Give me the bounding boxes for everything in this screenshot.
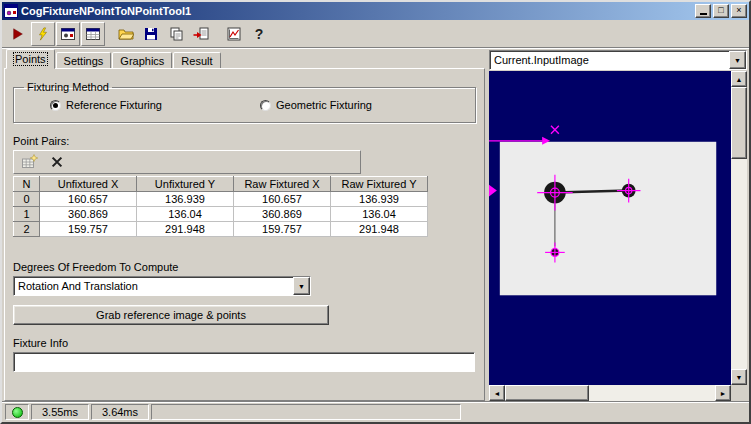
table-header-row: N Unfixtured X Unfixtured Y Raw Fixtured…	[14, 177, 428, 192]
grid-window-icon	[85, 26, 101, 42]
col-header-unfixtured-x[interactable]: Unfixtured X	[40, 177, 137, 192]
grid-display-toggle[interactable]	[81, 22, 105, 46]
point-pairs-table[interactable]: N Unfixtured X Unfixtured Y Raw Fixtured…	[13, 176, 428, 237]
image-window-icon	[60, 26, 76, 42]
dof-combobox[interactable]: Rotation And Translation ▼	[13, 276, 311, 296]
status-bar: 3.55ms 3.64ms	[2, 401, 749, 422]
col-header-raw-fixtured-x[interactable]: Raw Fixtured X	[234, 177, 331, 192]
radio-dot-icon	[50, 100, 61, 111]
table-row[interactable]: 0 160.657 136.939 160.657 136.939	[14, 192, 428, 207]
vertical-scroll-track[interactable]	[731, 159, 747, 369]
copy-icon	[168, 26, 184, 42]
dropdown-arrow-icon[interactable]: ▼	[729, 51, 746, 69]
col-header-n[interactable]: N	[14, 177, 40, 192]
input-image-region	[500, 142, 716, 296]
fixture-info-label: Fixture Info	[13, 337, 476, 349]
import-icon	[193, 26, 209, 42]
point-pairs-toolbar	[13, 150, 361, 174]
tool-window: CogFixtureNPointToNPointTool1 □ ×	[0, 0, 751, 424]
run-continuous-button[interactable]	[31, 22, 55, 46]
dof-label: Degrees Of Freedom To Compute	[13, 261, 476, 273]
tab-graphics[interactable]: Graphics	[112, 52, 172, 69]
open-folder-icon	[118, 26, 134, 42]
vertical-scrollbar[interactable]: ▲ ▼	[731, 71, 747, 385]
horizontal-scroll-thumb[interactable]	[505, 385, 589, 401]
points-tab-page: Fixturing Method Reference Fixturing Geo…	[4, 68, 485, 401]
radio-dot-icon	[260, 100, 271, 111]
image-source-combobox[interactable]: Current.InputImage ▼	[489, 50, 747, 70]
image-panel: Current.InputImage ▼	[489, 48, 747, 401]
image-graphics	[489, 71, 731, 385]
status-time-1: 3.55ms	[31, 404, 89, 420]
status-message-panel	[151, 404, 461, 420]
fixture-info-input[interactable]	[13, 352, 475, 372]
point-pairs-label: Point Pairs:	[13, 135, 476, 147]
lightning-icon	[36, 27, 50, 41]
dof-selected-value: Rotation And Translation	[14, 277, 293, 295]
scroll-up-button[interactable]: ▲	[731, 71, 747, 87]
window-title: CogFixtureNPointToNPointTool1	[21, 5, 692, 17]
toolbar-separator	[106, 24, 113, 44]
maximize-button[interactable]: □	[713, 4, 729, 18]
tab-points[interactable]: Points	[6, 49, 55, 69]
image-source-value: Current.InputImage	[490, 51, 729, 69]
delete-point-pair-button[interactable]	[47, 153, 67, 171]
vertical-scroll-thumb[interactable]	[731, 87, 747, 159]
table-row[interactable]: 2 159.757 291.948 159.757 291.948	[14, 222, 428, 237]
delete-x-icon	[50, 155, 64, 169]
help-icon: ?	[251, 26, 267, 42]
col-header-raw-fixtured-y[interactable]: Raw Fixtured Y	[331, 177, 428, 192]
title-bar[interactable]: CogFixtureNPointToNPointTool1 □ ×	[2, 2, 749, 20]
copy-button[interactable]	[164, 22, 188, 46]
run-icon	[11, 27, 25, 41]
scroll-down-button[interactable]: ▼	[731, 369, 747, 385]
minimize-button[interactable]	[695, 4, 711, 18]
status-led-icon	[12, 407, 23, 418]
svg-text:?: ?	[255, 26, 264, 42]
main-toolbar: ?	[2, 20, 749, 48]
toolbar-separator	[214, 24, 221, 44]
status-time-2: 3.64ms	[91, 404, 149, 420]
save-button[interactable]	[139, 22, 163, 46]
image-frame: ▲ ▼ ◄ ►	[489, 71, 747, 401]
table-row[interactable]: 1 360.869 136.04 360.869 136.04	[14, 207, 428, 222]
add-point-pair-icon	[21, 154, 38, 170]
main-area: Points Settings Graphics Result Fixturin…	[2, 48, 749, 401]
image-display-toggle[interactable]	[56, 22, 80, 46]
run-button[interactable]	[6, 22, 30, 46]
left-panel: Points Settings Graphics Result Fixturin…	[4, 48, 485, 401]
tab-strip: Points Settings Graphics Result	[4, 48, 485, 68]
add-point-pair-button[interactable]	[19, 153, 39, 171]
horizontal-scroll-track[interactable]	[589, 385, 715, 401]
radio-reference-fixturing[interactable]: Reference Fixturing	[50, 99, 260, 111]
image-display[interactable]	[489, 71, 731, 385]
close-button[interactable]: ×	[731, 4, 747, 18]
tab-settings[interactable]: Settings	[56, 52, 112, 69]
import-button[interactable]	[189, 22, 213, 46]
grab-reference-button[interactable]: Grab reference image & points	[13, 305, 329, 325]
open-button[interactable]	[114, 22, 138, 46]
horizontal-scrollbar[interactable]: ◄ ►	[489, 385, 731, 401]
col-header-unfixtured-y[interactable]: Unfixtured Y	[137, 177, 234, 192]
tab-result[interactable]: Result	[173, 52, 220, 69]
scroll-right-button[interactable]: ►	[715, 385, 731, 401]
radio-geometric-fixturing[interactable]: Geometric Fixturing	[260, 99, 372, 111]
fixturing-method-group: Fixturing Method Reference Fixturing Geo…	[13, 81, 476, 123]
floppy-icon	[143, 26, 159, 42]
scrollbar-corner	[731, 385, 747, 401]
help-button[interactable]: ?	[247, 22, 271, 46]
dropdown-arrow-icon[interactable]: ▼	[293, 277, 310, 295]
fixturing-method-legend: Fixturing Method	[24, 81, 112, 93]
status-led-panel	[5, 404, 29, 420]
chart-icon	[226, 26, 242, 42]
minimize-icon	[700, 13, 707, 15]
window-icon	[4, 4, 18, 18]
scroll-left-button[interactable]: ◄	[489, 385, 505, 401]
results-button[interactable]	[222, 22, 246, 46]
